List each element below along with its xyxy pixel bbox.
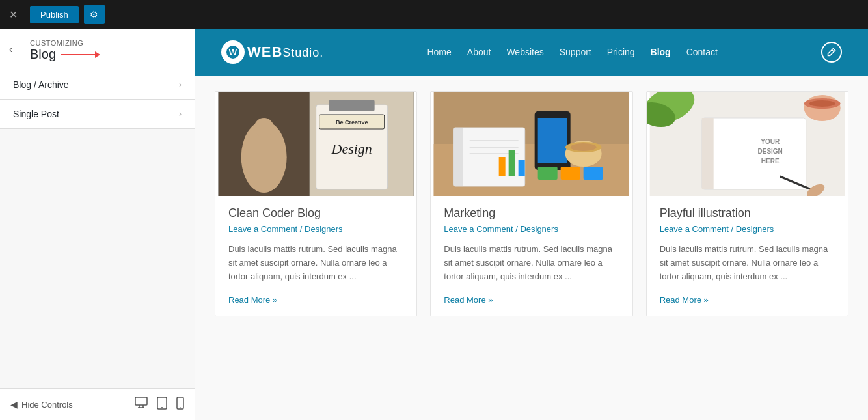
back-button[interactable]: ‹ <box>9 44 12 55</box>
hide-controls-label: Hide Controls <box>21 400 73 410</box>
card-image-2 <box>431 92 632 196</box>
read-more-1[interactable]: Read More » <box>228 295 277 305</box>
tablet-icon[interactable] <box>157 397 167 412</box>
svg-rect-0 <box>135 397 147 405</box>
svg-text:W: W <box>229 48 237 57</box>
svg-rect-35 <box>584 167 603 180</box>
card-title-2: Marketing <box>444 206 619 220</box>
site-preview: W WEBStudio. Home About Websites Support… <box>195 29 868 420</box>
blog-card-1: Be Creative Design Clean Coder Blog Leav… <box>215 91 417 316</box>
svg-text:HERE: HERE <box>761 158 779 165</box>
chevron-right-icon: › <box>179 80 182 89</box>
read-more-3[interactable]: Read More » <box>660 295 709 305</box>
svg-point-5 <box>161 407 163 408</box>
sidebar-item-label: Blog / Archive <box>13 79 69 90</box>
site-nav: Home About Websites Support Pricing Blog… <box>427 47 717 57</box>
nav-about[interactable]: About <box>467 47 491 57</box>
sidebar-item-label: Single Post <box>13 109 59 119</box>
card-image-1: Be Creative Design <box>215 92 416 196</box>
site-logo: W WEBStudio. <box>221 40 323 64</box>
card-image-3: YOUR DESIGN HERE <box>647 92 848 196</box>
card-body-3: Playful illustration Leave a Comment / D… <box>647 196 848 316</box>
blog-card-3: YOUR DESIGN HERE Playful illustration Le… <box>646 91 848 316</box>
sidebar-footer: ◀ Hide Controls <box>0 388 195 420</box>
nav-blog[interactable]: Blog <box>651 47 671 57</box>
desktop-icon[interactable] <box>135 397 148 412</box>
card-meta-2: Leave a Comment / Designers <box>444 224 619 234</box>
svg-rect-37 <box>509 150 515 176</box>
svg-point-32 <box>571 143 597 151</box>
sidebar: ‹ Customizing Blog Blog / Archive › Sing… <box>0 29 195 420</box>
svg-text:Design: Design <box>331 141 372 157</box>
nav-support[interactable]: Support <box>560 47 591 57</box>
svg-text:YOUR: YOUR <box>761 138 780 145</box>
svg-text:DESIGN: DESIGN <box>757 148 782 155</box>
arrow-icon <box>61 50 100 59</box>
card-body-1: Clean Coder Blog Leave a Comment / Desig… <box>215 196 416 316</box>
hide-controls-button[interactable]: ◀ Hide Controls <box>10 399 73 410</box>
sidebar-title: Blog <box>30 47 182 62</box>
nav-websites[interactable]: Websites <box>506 47 543 57</box>
gear-button[interactable]: ⚙ <box>84 5 105 24</box>
svg-line-10 <box>832 50 834 52</box>
close-button[interactable]: ✕ <box>7 8 20 21</box>
edit-icon-button[interactable] <box>821 42 842 63</box>
svg-point-15 <box>254 118 274 137</box>
svg-rect-33 <box>538 167 558 180</box>
nav-pricing[interactable]: Pricing <box>607 47 635 57</box>
svg-rect-38 <box>519 160 525 176</box>
card-title-1: Clean Coder Blog <box>228 206 403 220</box>
logo-circle: W <box>221 40 245 64</box>
blog-content: Be Creative Design Clean Coder Blog Leav… <box>195 76 868 420</box>
nav-contact[interactable]: Contact <box>686 47 718 57</box>
left-arrow-icon: ◀ <box>10 399 18 410</box>
svg-rect-45 <box>701 118 806 189</box>
nav-home[interactable]: Home <box>427 47 451 57</box>
mobile-icon[interactable] <box>176 397 184 412</box>
svg-rect-34 <box>561 167 580 180</box>
sidebar-item-blog-archive[interactable]: Blog / Archive › <box>0 70 195 100</box>
sidebar-item-single-post[interactable]: Single Post › <box>0 100 195 129</box>
svg-rect-29 <box>538 118 567 163</box>
svg-point-44 <box>809 100 835 107</box>
blog-card-2: Marketing Leave a Comment / Designers Du… <box>430 91 632 316</box>
svg-text:Be Creative: Be Creative <box>336 119 368 126</box>
svg-rect-46 <box>701 118 713 189</box>
svg-point-7 <box>180 407 181 408</box>
sidebar-nav: Blog / Archive › Single Post › <box>0 70 195 388</box>
top-bar: ✕ Publish ⚙ <box>0 0 868 29</box>
main-layout: ‹ Customizing Blog Blog / Archive › Sing… <box>0 29 868 420</box>
card-excerpt-1: Duis iaculis mattis rutrum. Sed iaculis … <box>228 243 403 283</box>
card-excerpt-2: Duis iaculis mattis rutrum. Sed iaculis … <box>444 243 619 283</box>
site-header: W WEBStudio. Home About Websites Support… <box>195 29 868 76</box>
card-excerpt-3: Duis iaculis mattis rutrum. Sed iaculis … <box>660 243 835 283</box>
card-meta-3: Leave a Comment / Designers <box>660 224 835 234</box>
card-body-2: Marketing Leave a Comment / Designers Du… <box>431 196 632 316</box>
svg-rect-36 <box>499 157 506 176</box>
svg-rect-24 <box>454 128 463 186</box>
svg-rect-17 <box>329 100 375 111</box>
card-meta-1: Leave a Comment / Designers <box>228 224 403 234</box>
customizing-label: Customizing <box>30 39 182 47</box>
chevron-right-icon: › <box>179 109 182 119</box>
blog-grid: Be Creative Design Clean Coder Blog Leav… <box>215 91 848 316</box>
card-title-3: Playful illustration <box>660 206 835 220</box>
logo-text: WEBStudio. <box>247 44 323 61</box>
read-more-2[interactable]: Read More » <box>444 295 493 305</box>
device-icons <box>135 397 184 412</box>
sidebar-header: ‹ Customizing Blog <box>0 29 195 70</box>
publish-button[interactable]: Publish <box>30 6 79 23</box>
